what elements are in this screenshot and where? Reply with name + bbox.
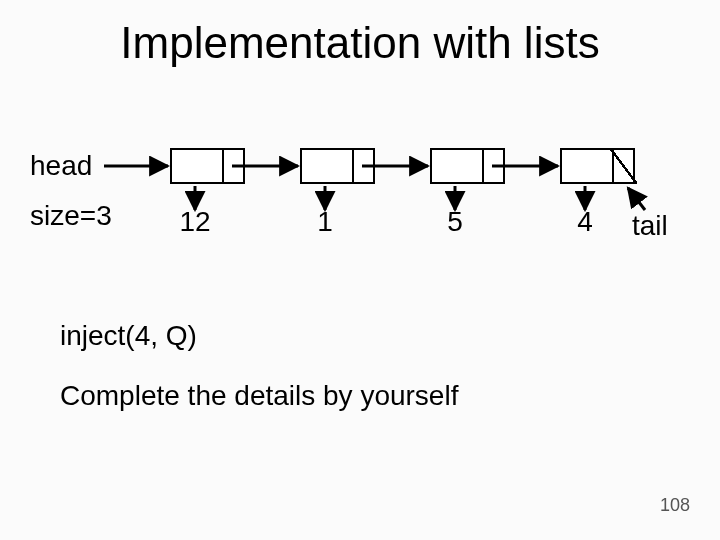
list-node <box>560 148 635 184</box>
svg-line-8 <box>628 188 645 210</box>
slide-title: Implementation with lists <box>0 18 720 68</box>
arrows-layer <box>0 0 720 540</box>
tail-label: tail <box>632 210 668 242</box>
node-value: 12 <box>175 206 215 238</box>
head-label: head <box>30 150 92 182</box>
null-pointer-icon <box>612 150 633 182</box>
inject-call: inject(4, Q) <box>60 320 197 352</box>
node-value: 1 <box>312 206 338 238</box>
instruction: Complete the details by yourself <box>60 380 458 412</box>
size-label: size=3 <box>30 200 112 232</box>
node-value: 5 <box>442 206 468 238</box>
node-value: 4 <box>572 206 598 238</box>
list-node <box>300 148 375 184</box>
list-node <box>430 148 505 184</box>
page-number: 108 <box>660 495 690 516</box>
list-node <box>170 148 245 184</box>
